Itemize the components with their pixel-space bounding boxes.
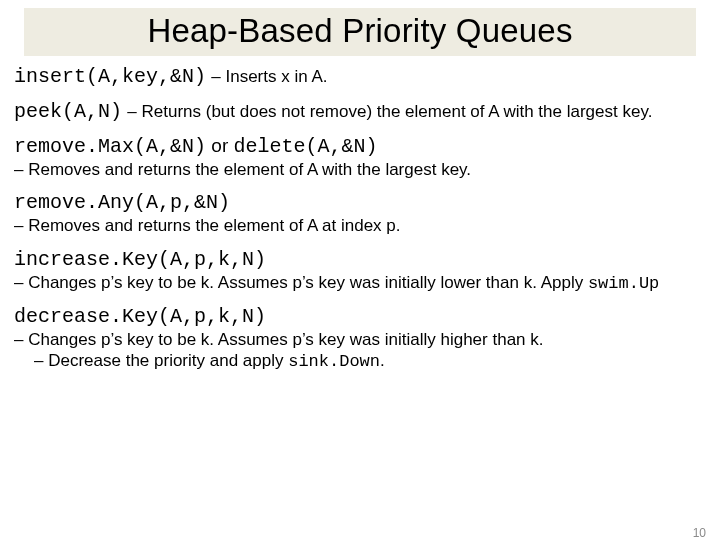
- sig-removeany: remove.Any(A,p,&N): [14, 191, 230, 214]
- entry-increasekey: increase.Key(A,p,k,N) – Changes p’s key …: [14, 247, 706, 294]
- desc-decreasekey: – Changes p’s key to be k. Assumes p’s k…: [14, 329, 706, 350]
- sig-decreasekey: decrease.Key(A,p,k,N): [14, 305, 266, 328]
- sig-removemax-2: delete(A,&N): [233, 135, 377, 158]
- entry-removemax: remove.Max(A,&N) or delete(A,&N) – Remov…: [14, 134, 706, 180]
- slide-body: insert(A,key,&N) – Inserts x in A. peek(…: [0, 56, 720, 373]
- desc-insert: – Inserts x in A.: [211, 67, 327, 86]
- entry-peek: peek(A,N) – Returns (but does not remove…: [14, 99, 706, 124]
- title-bar: Heap-Based Priority Queues: [24, 8, 696, 56]
- entry-removeany: remove.Any(A,p,&N) – Removes and returns…: [14, 190, 706, 236]
- desc-removeany: – Removes and returns the element of A a…: [14, 215, 706, 236]
- sub-decreasekey-post: .: [380, 351, 385, 370]
- sig-increasekey: increase.Key(A,p,k,N): [14, 248, 266, 271]
- code-sinkdown: sink.Down: [288, 352, 380, 371]
- sig-insert: insert(A,key,&N): [14, 65, 206, 88]
- sig-peek: peek(A,N): [14, 100, 122, 123]
- code-swimup: swim.Up: [588, 274, 659, 293]
- sub-decreasekey: – Decrease the priority and apply sink.D…: [14, 350, 706, 373]
- slide-number: 10: [693, 526, 706, 540]
- entry-decreasekey: decrease.Key(A,p,k,N) – Changes p’s key …: [14, 304, 706, 373]
- sig-removemax-1: remove.Max(A,&N): [14, 135, 206, 158]
- entry-insert: insert(A,key,&N) – Inserts x in A.: [14, 64, 706, 89]
- desc-increasekey-pre: – Changes p’s key to be k. Assumes p’s k…: [14, 273, 588, 292]
- slide: Heap-Based Priority Queues insert(A,key,…: [0, 8, 720, 540]
- page-title: Heap-Based Priority Queues: [24, 12, 696, 50]
- desc-removemax: – Removes and returns the element of A w…: [14, 159, 706, 180]
- desc-increasekey: – Changes p’s key to be k. Assumes p’s k…: [14, 272, 706, 294]
- desc-peek: – Returns (but does not remove) the elem…: [127, 102, 652, 121]
- sub-decreasekey-pre: – Decrease the priority and apply: [34, 351, 288, 370]
- removemax-or: or: [206, 135, 233, 156]
